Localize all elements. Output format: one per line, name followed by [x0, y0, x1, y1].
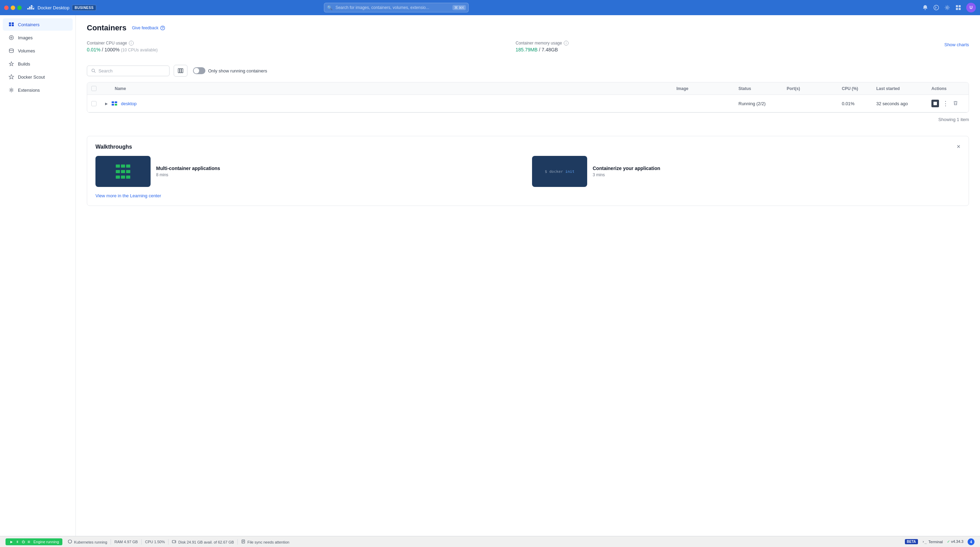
- engine-label: Engine running: [33, 540, 59, 544]
- sidebar-item-images[interactable]: Images: [3, 31, 73, 44]
- disk-icon: [172, 539, 176, 544]
- titlebar-actions: U: [922, 3, 976, 13]
- memory-info-icon[interactable]: i: [564, 41, 569, 46]
- search-input[interactable]: [99, 68, 165, 73]
- sidebar-item-label: Extensions: [18, 88, 40, 93]
- divider-2: [141, 539, 142, 545]
- svg-rect-10: [956, 8, 958, 10]
- walkthroughs-section: Walkthroughs × Multi-contai: [87, 136, 969, 206]
- sidebar-item-containers[interactable]: Containers: [3, 18, 73, 31]
- sidebar-item-label: Images: [18, 35, 33, 40]
- maximize-button[interactable]: [17, 5, 22, 10]
- columns-button[interactable]: [174, 65, 188, 77]
- docker-layers-icon: [115, 163, 132, 180]
- disk-status: Disk 24.91 GB avail. of 62.67 GB: [172, 539, 234, 544]
- dev-environments-icon[interactable]: [933, 5, 939, 11]
- expand-button[interactable]: ▶: [105, 102, 108, 105]
- builds-icon: [8, 61, 14, 67]
- more-options-button[interactable]: ⋮: [942, 100, 949, 107]
- svg-point-17: [11, 37, 12, 38]
- svg-rect-23: [178, 69, 180, 73]
- toolbar: Only show running containers: [87, 65, 969, 77]
- cpu-value: 0.01%: [87, 47, 100, 53]
- row-cpu-cell: 0.01%: [838, 101, 872, 106]
- power-icon[interactable]: ⏻: [21, 539, 25, 544]
- row-checkbox-cell: [87, 101, 101, 106]
- keyboard-shortcut-badge: ⌘⌘K: [452, 5, 466, 10]
- row-name-cell: ▶ desktop: [101, 100, 672, 107]
- settings-engine-icon[interactable]: ⊞: [27, 539, 31, 544]
- view-more-link[interactable]: View more in the Learning center: [95, 193, 161, 198]
- row-last-started-cell: 32 seconds ago: [872, 101, 927, 106]
- close-button[interactable]: [4, 5, 9, 10]
- feedback-link[interactable]: Give feedback: [132, 26, 165, 30]
- th-name: Name: [101, 86, 672, 91]
- beta-badge: BETA: [905, 539, 918, 544]
- terminal-link[interactable]: ›_ Terminal: [922, 539, 943, 544]
- notifications-icon[interactable]: [922, 5, 928, 11]
- show-charts-button[interactable]: Show charts: [944, 41, 969, 47]
- sidebar-item-label: Volumes: [18, 48, 35, 53]
- minimize-button[interactable]: [11, 5, 15, 10]
- svg-rect-11: [959, 8, 961, 10]
- notifications-badge[interactable]: 4: [967, 538, 975, 545]
- page-title: Containers: [87, 24, 126, 32]
- grid-icon[interactable]: [955, 5, 961, 11]
- walkthrough-card-1[interactable]: $ docker init Containerize your applicat…: [532, 156, 960, 187]
- container-name[interactable]: desktop: [121, 101, 137, 106]
- svg-point-16: [9, 35, 13, 40]
- extensions-icon: [8, 87, 14, 93]
- columns-icon: [177, 68, 184, 74]
- walkthroughs-close-button[interactable]: ×: [956, 143, 960, 150]
- search-wrap[interactable]: [87, 65, 170, 76]
- th-ports: Port(s): [783, 86, 838, 91]
- pause-icon[interactable]: ⏸: [15, 539, 20, 544]
- container-logo-icon: [111, 100, 118, 107]
- search-icon: 🔍: [327, 5, 332, 10]
- row-checkbox[interactable]: [91, 101, 97, 106]
- svg-rect-14: [9, 22, 11, 24]
- walkthrough-duration-0: 8 mins: [156, 172, 220, 177]
- svg-point-21: [162, 29, 163, 29]
- settings-icon[interactable]: [944, 5, 950, 11]
- global-search[interactable]: 🔍 ⌘⌘K: [324, 3, 469, 13]
- walkthrough-duration-1: 3 mins: [593, 172, 660, 177]
- sidebar-item-extensions[interactable]: Extensions: [3, 84, 73, 96]
- ram-status: RAM 4.97 GB: [115, 540, 138, 544]
- row-actions-cell: ⋮: [927, 100, 969, 107]
- engine-controls: ▶ ⏸ ⏻ ⊞: [9, 539, 31, 544]
- delete-button[interactable]: [953, 100, 958, 107]
- user-avatar[interactable]: U: [966, 3, 976, 13]
- app-name: Docker Desktop: [38, 5, 69, 10]
- toggle-label: Only show running containers: [208, 68, 267, 73]
- svg-point-18: [9, 49, 13, 51]
- statusbar: ▶ ⏸ ⏻ ⊞ Engine running Kubernetes runnin…: [0, 536, 980, 547]
- sidebar-item-label: Docker Scout: [18, 75, 45, 80]
- global-search-input[interactable]: [324, 3, 469, 13]
- stats-row: Container CPU usage i 0.01% / 1000% (10 …: [87, 41, 969, 58]
- svg-point-22: [92, 69, 94, 72]
- divider-4: [237, 539, 238, 545]
- walkthroughs-cards: Multi-container applications 8 mins $ do…: [95, 156, 960, 187]
- stop-button[interactable]: [931, 100, 939, 107]
- sidebar-item-builds[interactable]: Builds: [3, 57, 73, 70]
- running-toggle[interactable]: [193, 67, 205, 74]
- sidebar-item-docker-scout[interactable]: Docker Scout: [3, 71, 73, 83]
- walkthrough-title-1: Containerize your application: [593, 166, 660, 171]
- file-sync-icon: [241, 539, 245, 544]
- svg-rect-3: [29, 6, 30, 8]
- app-logo: Docker Desktop BUSINESS: [27, 4, 96, 11]
- code-snippet-icon: $ docker init: [542, 167, 577, 177]
- sidebar: Containers Images Volumes Builds Docker …: [0, 15, 76, 536]
- kubernetes-icon: [68, 539, 72, 544]
- main-layout: Containers Images Volumes Builds Docker …: [0, 15, 980, 536]
- cpu-info-icon[interactable]: i: [129, 41, 134, 46]
- play-icon[interactable]: ▶: [9, 539, 14, 544]
- sidebar-item-label: Containers: [18, 22, 40, 27]
- svg-rect-24: [180, 69, 181, 73]
- select-all-checkbox[interactable]: [91, 86, 97, 91]
- showing-count: Showing 1 item: [87, 117, 969, 128]
- running-toggle-wrap: Only show running containers: [193, 67, 267, 74]
- walkthrough-card-0[interactable]: Multi-container applications 8 mins: [95, 156, 524, 187]
- sidebar-item-volumes[interactable]: Volumes: [3, 45, 73, 57]
